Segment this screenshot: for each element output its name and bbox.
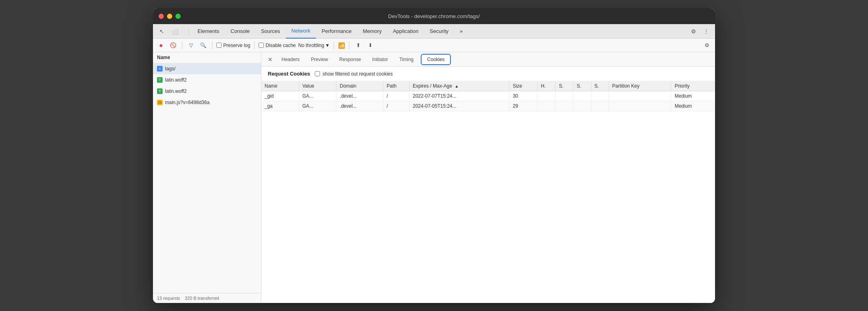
filter-icon[interactable]: ▽ xyxy=(186,41,196,50)
transferred-size: 220 B transferred xyxy=(185,296,219,301)
preserve-log-toggle[interactable]: Preserve log xyxy=(216,43,250,48)
main-area: Name ≡ tags/ T latin.woff2 T latin.woff2 xyxy=(153,52,715,303)
tab-sources[interactable]: Sources xyxy=(255,24,286,39)
right-panel: ✕ Headers Preview Response Initiator Tim… xyxy=(261,52,715,303)
disable-cache-checkbox[interactable] xyxy=(259,43,264,48)
throttle-dropdown[interactable]: No throttling ▼ xyxy=(298,43,330,48)
upload-icon[interactable]: ⬆ xyxy=(353,41,363,50)
devtools-body: ↖ ⬜ Elements Console Sources Network Per… xyxy=(153,24,715,303)
cursor-icon[interactable]: ↖ xyxy=(156,26,167,37)
col-header-path[interactable]: Path xyxy=(383,81,410,91)
preserve-log-label: Preserve log xyxy=(223,43,250,48)
maximize-button[interactable] xyxy=(175,14,181,19)
col-header-value[interactable]: Value xyxy=(299,81,336,91)
cookie-expires-ga: 2024-07-05T15:24... xyxy=(410,101,509,111)
toolbar-sep-1 xyxy=(182,41,182,49)
tab-bar-right: ⚙ ⋮ xyxy=(688,26,712,37)
left-panel-footer: 13 requests 220 B transferred xyxy=(153,293,261,303)
file-item-latin1[interactable]: T latin.woff2 xyxy=(153,74,261,86)
file-name-mainjs: main.js?v=6498d36a xyxy=(165,100,210,105)
close-button[interactable] xyxy=(159,14,164,19)
record-button[interactable]: ● xyxy=(156,41,166,50)
download-icon[interactable]: ⬇ xyxy=(365,41,375,50)
cookie-domain-ga: .devel... xyxy=(336,101,383,111)
toolbar-right: ⚙ xyxy=(702,41,712,50)
col-header-name[interactable]: Name xyxy=(261,81,299,91)
cookies-table: Name Value Domain Path Expires / Max-Age… xyxy=(261,81,715,111)
tab-memory[interactable]: Memory xyxy=(357,24,387,39)
col-header-partition-key[interactable]: Partition Key xyxy=(609,81,671,91)
inner-tab-cookies[interactable]: Cookies xyxy=(421,54,451,65)
font-icon-1: T xyxy=(157,77,163,83)
tab-application[interactable]: Application xyxy=(387,24,424,39)
inner-tab-timing[interactable]: Timing xyxy=(393,52,419,67)
cookie-size-gid: 30 xyxy=(509,91,538,101)
browser-window: DevTools - developer.chrome.com/tags/ ↖ … xyxy=(153,8,715,303)
disable-cache-toggle[interactable]: Disable cache xyxy=(259,43,295,48)
show-filtered-toggle[interactable]: show filtered out request cookies xyxy=(315,71,393,77)
cookie-pk-gid xyxy=(609,91,671,101)
cookie-s1-gid xyxy=(556,91,573,101)
col-header-domain[interactable]: Domain xyxy=(336,81,383,91)
cookie-pk-ga xyxy=(609,101,671,111)
cookie-domain-gid: .devel... xyxy=(336,91,383,101)
show-filtered-label-text: show filtered out request cookies xyxy=(322,71,393,77)
titlebar: DevTools - developer.chrome.com/tags/ xyxy=(153,8,715,24)
left-panel: Name ≡ tags/ T latin.woff2 T latin.woff2 xyxy=(153,52,261,303)
inner-tab-preview[interactable]: Preview xyxy=(305,52,334,67)
tab-network[interactable]: Network xyxy=(286,24,316,39)
doc-icon: ≡ xyxy=(157,66,163,72)
cookie-s2-ga xyxy=(573,101,591,111)
requests-count: 13 requests xyxy=(157,296,180,301)
devtools-tools: ↖ ⬜ xyxy=(156,26,180,37)
tab-elements[interactable]: Elements xyxy=(192,24,225,39)
settings-gear-icon[interactable]: ⚙ xyxy=(688,26,699,37)
left-panel-header: Name xyxy=(153,52,261,63)
request-cookies-header: Request Cookies show filtered out reques… xyxy=(261,67,715,81)
toolbar-sep-5 xyxy=(349,41,349,49)
window-title: DevTools - developer.chrome.com/tags/ xyxy=(388,13,480,19)
file-item-tags[interactable]: ≡ tags/ xyxy=(153,63,261,74)
cookie-name-gid: _gid xyxy=(261,91,299,101)
show-filtered-checkbox[interactable] xyxy=(315,71,320,76)
cookie-h-gid xyxy=(538,91,556,101)
request-cookies-title: Request Cookies xyxy=(268,71,310,77)
file-item-latin2[interactable]: T latin.woff2 xyxy=(153,86,261,97)
table-row[interactable]: _ga GA... .devel... / 2024-07-05T15:24..… xyxy=(261,101,715,111)
cookie-size-ga: 29 xyxy=(509,101,538,111)
file-name-latin1: latin.woff2 xyxy=(165,77,187,83)
cookies-table-header: Name Value Domain Path Expires / Max-Age… xyxy=(261,81,715,91)
file-name-tags: tags/ xyxy=(165,66,175,72)
col-header-priority[interactable]: Priority xyxy=(671,81,715,91)
preserve-log-checkbox[interactable] xyxy=(216,43,222,48)
col-header-s2[interactable]: S. xyxy=(573,81,591,91)
inner-tab-initiator[interactable]: Initiator xyxy=(367,52,393,67)
inner-tab-bar: ✕ Headers Preview Response Initiator Tim… xyxy=(261,52,715,67)
inner-tab-close-button[interactable]: ✕ xyxy=(265,52,276,67)
col-header-size[interactable]: Size xyxy=(509,81,538,91)
inner-tab-response[interactable]: Response xyxy=(334,52,367,67)
table-row[interactable]: _gid GA... .devel... / 2022-07-07T15:24.… xyxy=(261,91,715,101)
tab-more[interactable]: » xyxy=(454,24,468,39)
file-name-latin2: latin.woff2 xyxy=(165,88,187,94)
inner-tab-headers[interactable]: Headers xyxy=(276,52,305,67)
tab-security[interactable]: Security xyxy=(424,24,454,39)
toolbar-sep-4 xyxy=(334,41,334,49)
tab-console[interactable]: Console xyxy=(225,24,255,39)
clear-icon[interactable]: 🚫 xyxy=(168,41,178,50)
wifi-icon: 📶 xyxy=(338,42,345,49)
minimize-button[interactable] xyxy=(167,14,172,19)
toolbar-settings-icon[interactable]: ⚙ xyxy=(702,41,712,50)
traffic-lights xyxy=(159,14,181,19)
cookie-h-ga xyxy=(538,101,556,111)
col-header-h[interactable]: H. xyxy=(538,81,556,91)
tab-divider-1 xyxy=(188,27,189,35)
tab-performance[interactable]: Performance xyxy=(316,24,357,39)
col-header-s3[interactable]: S. xyxy=(591,81,609,91)
col-header-s1[interactable]: S. xyxy=(556,81,573,91)
col-header-expires[interactable]: Expires / Max-Age ▲ xyxy=(410,81,509,91)
more-options-icon[interactable]: ⋮ xyxy=(701,26,712,37)
device-icon[interactable]: ⬜ xyxy=(169,26,180,37)
search-icon[interactable]: 🔍 xyxy=(198,41,208,50)
file-item-mainjs[interactable]: JS main.js?v=6498d36a xyxy=(153,97,261,108)
